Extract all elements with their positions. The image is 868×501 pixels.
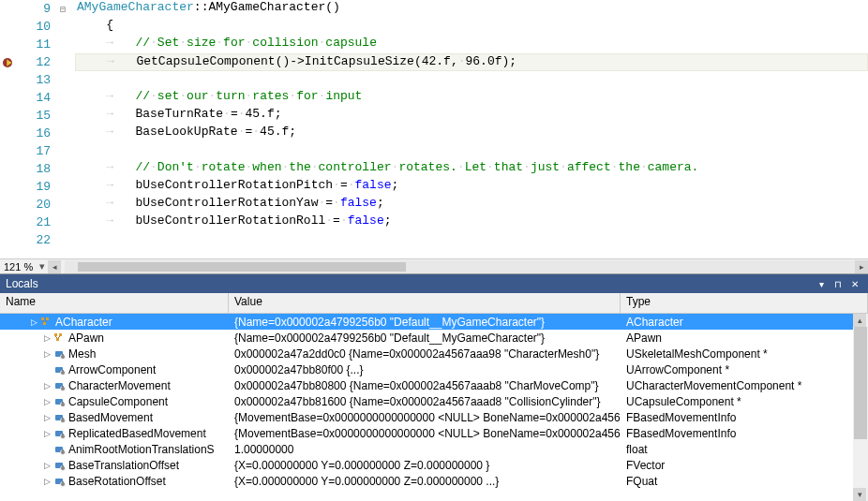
gutter-line[interactable]: 14 <box>0 89 75 107</box>
breakpoint-arrow-icon <box>3 56 16 69</box>
svg-rect-1 <box>41 317 44 320</box>
variable-value: {MovementBase=0x0000000000000000 <NULL> … <box>229 411 621 424</box>
vertical-scrollbar[interactable]: ▴ ▾ <box>853 314 868 501</box>
code-area[interactable]: AMyGameCharacter::AMyGameCharacter() { →… <box>75 0 868 258</box>
code-line[interactable]: → //·Set·size·for·collision·capsule <box>75 36 868 53</box>
code-line[interactable]: → BaseTurnRate·=·45.f; <box>75 107 868 125</box>
locals-row[interactable]: ▷APawn{Name=0x000002a4799256b0 "Default_… <box>0 330 868 346</box>
gutter-line[interactable]: 15 <box>0 107 75 125</box>
code-line[interactable]: → //·Don't·rotate·when·the·controller·ro… <box>75 160 868 178</box>
expander-icon[interactable]: ▷ <box>41 397 52 406</box>
window-options-icon[interactable]: ▾ <box>814 276 829 291</box>
svg-rect-15 <box>62 386 64 388</box>
locals-row[interactable]: ArrowComponent0x000002a47bb80f00 {...}UA… <box>0 361 868 377</box>
expander-icon[interactable]: ▷ <box>41 413 52 422</box>
expander-icon[interactable]: ▷ <box>41 477 52 486</box>
locals-row[interactable]: ▷ACharacter{Name=0x000002a4799256b0 "Def… <box>0 314 868 330</box>
locals-row[interactable]: AnimRootMotionTranslationS1.00000000floa… <box>0 441 868 457</box>
locals-titlebar[interactable]: Locals ▾ ⊓ ✕ <box>0 274 868 293</box>
variable-value: 0x000002a47bb80f00 {...} <box>229 363 621 376</box>
variable-name: APawn <box>68 332 104 345</box>
locals-row[interactable]: ▷BaseTranslationOffset{X=0.000000000 Y=0… <box>0 457 868 473</box>
gutter-line[interactable]: 12 <box>0 53 75 71</box>
gutter-line[interactable]: 10 <box>0 18 75 36</box>
gutter-line[interactable]: 20 <box>0 196 75 214</box>
expander-icon[interactable]: ▷ <box>41 349 52 359</box>
line-number: 17 <box>19 144 56 158</box>
variable-type: FQuat <box>621 475 868 488</box>
scroll-up-button[interactable]: ▴ <box>853 314 866 327</box>
expander-icon[interactable]: ▷ <box>28 317 39 327</box>
variable-type: UCapsuleComponent * <box>621 395 868 408</box>
variable-name: BasedMovement <box>68 411 153 424</box>
code-line[interactable]: → bUseControllerRotationPitch·=·false; <box>75 178 868 196</box>
variable-name: ArrowComponent <box>68 363 156 376</box>
variable-type: UCharacterMovementComponent * <box>621 379 868 392</box>
gutter-line[interactable]: 16 <box>0 125 75 142</box>
code-line[interactable]: → bUseControllerRotationYaw·=·false; <box>75 196 868 214</box>
svg-rect-6 <box>56 338 59 341</box>
pin-icon[interactable]: ⊓ <box>831 276 846 291</box>
code-editor[interactable]: 9⊟10111213141516171819202122 AMyGameChar… <box>0 0 868 258</box>
locals-row[interactable]: ▷BasedMovement{MovementBase=0x0000000000… <box>0 409 868 425</box>
scrollbar-thumb[interactable] <box>854 327 867 439</box>
locals-row[interactable]: ▷BaseRotationOffset{X=0.000000000 Y=0.00… <box>0 473 868 489</box>
horizontal-scrollbar[interactable] <box>65 260 855 273</box>
column-name[interactable]: Name <box>0 293 229 313</box>
svg-rect-21 <box>62 418 64 420</box>
locals-row[interactable]: ▷ReplicatedBasedMovement{MovementBase=0x… <box>0 425 868 441</box>
scroll-left-button[interactable]: ◂ <box>48 260 61 273</box>
field-icon <box>52 411 66 424</box>
locals-columns-header[interactable]: Name Value Type <box>0 293 868 314</box>
fold-icon[interactable]: ⊟ <box>56 4 69 15</box>
close-icon[interactable]: ✕ <box>847 276 862 291</box>
field-icon <box>52 347 66 361</box>
svg-rect-24 <box>62 434 64 435</box>
variable-value: 0x000002a47a2dd0c0 {Name=0x000002a4567aa… <box>229 347 621 361</box>
code-line[interactable]: → //·set·our·turn·rates·for·input <box>75 89 868 107</box>
code-line[interactable] <box>75 231 868 249</box>
svg-rect-9 <box>62 354 64 356</box>
code-line[interactable]: AMyGameCharacter::AMyGameCharacter() <box>75 0 868 18</box>
gutter-line[interactable]: 18 <box>0 160 75 178</box>
variable-value: 1.00000000 <box>229 443 621 456</box>
line-number: 12 <box>19 55 56 69</box>
locals-row[interactable]: ▷CapsuleComponent0x000002a47bb81600 {Nam… <box>0 393 868 409</box>
code-line[interactable]: → BaseLookUpRate·=·45.f; <box>75 125 868 142</box>
scroll-right-button[interactable]: ▸ <box>855 260 868 273</box>
code-line[interactable] <box>75 71 868 89</box>
gutter-line[interactable]: 22 <box>0 231 75 249</box>
locals-panel: Locals ▾ ⊓ ✕ Name Value Type ▷ACharacter… <box>0 273 868 501</box>
expander-icon[interactable]: ▷ <box>41 381 52 390</box>
gutter-line[interactable]: 17 <box>0 142 75 160</box>
variable-value: {X=0.000000000 Y=0.000000000 Z=0.0000000… <box>229 475 621 488</box>
scroll-down-button[interactable]: ▾ <box>853 488 866 501</box>
svg-rect-2 <box>46 317 49 320</box>
svg-rect-3 <box>43 322 46 325</box>
expander-icon[interactable]: ▷ <box>41 429 52 438</box>
gutter-line[interactable]: 13 <box>0 71 75 89</box>
svg-rect-18 <box>62 402 64 404</box>
code-line[interactable]: → bUseControllerRotationRoll·=·false; <box>75 214 868 231</box>
code-line[interactable]: { <box>75 18 868 36</box>
column-type[interactable]: Type <box>621 293 868 313</box>
gutter-line[interactable]: 9⊟ <box>0 0 75 18</box>
expander-icon[interactable]: ▷ <box>41 333 52 343</box>
gutter-line[interactable]: 21 <box>0 214 75 231</box>
code-line[interactable] <box>75 142 868 160</box>
zoom-value: 121 % <box>0 261 37 273</box>
locals-row[interactable]: ▷CharacterMovement0x000002a47bb80800 {Na… <box>0 377 868 393</box>
locals-body[interactable]: ▷ACharacter{Name=0x000002a4799256b0 "Def… <box>0 314 868 501</box>
variable-name: BaseRotationOffset <box>68 475 166 488</box>
svg-rect-30 <box>62 465 64 467</box>
variable-name: ReplicatedBasedMovement <box>68 427 206 440</box>
code-line[interactable]: → GetCapsuleComponent()->InitCapsuleSize… <box>75 53 868 71</box>
class-icon <box>39 316 52 329</box>
expander-icon[interactable]: ▷ <box>41 461 52 470</box>
gutter-line[interactable]: 11 <box>0 36 75 53</box>
column-value[interactable]: Value <box>229 293 621 313</box>
svg-rect-4 <box>54 333 57 336</box>
gutter-line[interactable]: 19 <box>0 178 75 196</box>
zoom-dropdown-icon[interactable]: ▾ <box>37 260 48 273</box>
locals-row[interactable]: ▷Mesh0x000002a47a2dd0c0 {Name=0x000002a4… <box>0 346 868 361</box>
